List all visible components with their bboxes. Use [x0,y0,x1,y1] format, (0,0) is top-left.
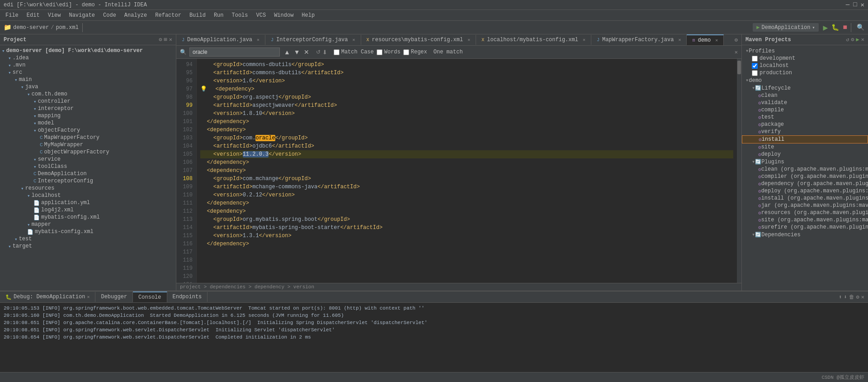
scrollbar-thumb[interactable] [737,61,741,74]
debugger-tab[interactable]: Debugger [95,292,133,302]
console-close[interactable]: ✕ [861,294,864,301]
tree-item[interactable]: ▾test [0,235,176,243]
tree-item[interactable]: CobjectWrapperFactory [0,148,176,156]
menu-build[interactable]: Build [186,11,209,19]
maven-tree-item[interactable]: ⚙ jar (org.apache.maven.plugins:maven-ja… [742,202,868,209]
expand-icon[interactable]: ⊞ [164,36,167,43]
maven-tree-item[interactable]: ⚙ clean [742,92,868,99]
menu-help[interactable]: Help [298,11,318,19]
tree-item[interactable]: ▾java [0,83,176,91]
tab-map-wrapper-factory[interactable]: J MapWrapperFactory.java ✕ [591,35,687,45]
words-checkbox[interactable] [377,49,382,55]
close-panel-icon[interactable]: ✕ [169,36,172,43]
tab-close-icon[interactable]: ✕ [678,37,681,43]
menu-refactor[interactable]: Refactor [151,11,185,19]
vertical-scrollbar[interactable] [737,59,741,283]
maven-tree-item[interactable]: ⚙ compiler (org.apache.maven.plugins:mav… [742,173,868,180]
run-config-selector[interactable]: ▶ DemoApplication ▾ [753,23,818,32]
maven-settings-icon[interactable]: ⚙ [851,36,854,43]
tree-item[interactable]: ▾service [0,156,176,163]
filter-button[interactable]: ⬇ [322,49,327,56]
tree-item[interactable]: ▾main [0,76,176,83]
tree-item[interactable]: ▾mapper [0,221,176,228]
maven-tree-item[interactable]: ⚙ compile [742,106,868,114]
menu-run[interactable]: Run [210,11,227,19]
tree-item[interactable]: ▾objectFactory [0,127,176,134]
menu-vcs[interactable]: VCS [253,11,270,19]
maven-tree-item[interactable]: ⚙ install (org.apache.maven.plugins:mave… [742,195,868,202]
window-controls[interactable]: — □ ✕ [846,1,864,9]
profile-checkbox[interactable] [752,70,758,76]
code-editor[interactable]: 9495969798991001011021031041051061071081… [176,59,741,283]
tab-mybatis-config-xml[interactable]: X resources\mybatis-config.xml ✕ [361,35,476,45]
tab-close-icon[interactable]: ✕ [467,37,470,43]
menu-edit[interactable]: Edit [23,11,43,19]
maven-tree-item[interactable]: ▾ Profiles [742,47,868,55]
tab-demo-application[interactable]: J DemoApplication.java ✕ [176,35,265,45]
run-button[interactable]: ▶ [823,23,828,33]
console-clear[interactable]: 🗑 [849,294,854,301]
tree-item[interactable]: 📄application.yml [0,199,176,206]
maven-tree-item[interactable]: localhost [742,62,868,69]
maven-tree-item[interactable]: ⚙ site [742,143,868,151]
menu-code[interactable]: Code [99,11,120,19]
tree-item[interactable]: ▾interceptor [0,105,176,112]
menu-analyze[interactable]: Analyze [121,11,151,19]
tree-item[interactable]: CInterceptorConfig [0,177,176,185]
tree-item[interactable]: 📄log4j2.xml [0,206,176,214]
maven-tree-item[interactable]: ⚙ test [742,114,868,121]
close-button[interactable]: ✕ [861,1,864,9]
tree-item[interactable]: 📄mybatis-config.xml [0,214,176,221]
profile-checkbox[interactable] [752,63,758,69]
console-tab[interactable]: Console [133,291,167,302]
menu-file[interactable]: File [2,11,22,19]
maven-close-icon[interactable]: ✕ [861,36,864,43]
tab-close-icon[interactable]: ✕ [353,37,355,43]
close-findbar-button[interactable]: ✕ [735,49,738,56]
maven-tree-item[interactable]: ⚙ resources (org.apache.maven.plugins:ma… [742,209,868,216]
match-case-checkbox[interactable] [334,49,340,55]
tree-item[interactable]: ▾target [0,243,176,250]
maven-tree-item[interactable]: ⚙ install [742,135,868,143]
console-scroll-top[interactable]: ⬆ [839,294,842,301]
stop-button[interactable]: ■ [843,24,847,32]
tree-item[interactable]: ▾com.th.demo [0,91,176,98]
tree-item[interactable]: 📄mybatis-config.xml [0,228,176,235]
maven-tree-item[interactable]: production [742,69,868,76]
regex-checkbox[interactable] [403,49,409,55]
maven-tree-item[interactable]: ⚙ deploy [742,151,868,158]
maven-tree-item[interactable]: ⚙ site (org.apache.maven.plugins:maven-s… [742,216,868,224]
maven-tree-item[interactable]: ⚙ verify [742,128,868,135]
tree-item[interactable]: ▾src [0,69,176,76]
maven-tree-item[interactable]: ⚙ package [742,121,868,128]
code-content[interactable]: <groupId>commons-dbutils</groupId> <arti… [197,59,737,283]
maven-tree-item[interactable]: ▾ 🔄 Plugins [742,158,868,166]
debug-tab-close[interactable]: ✕ [87,294,90,300]
prev-match-button[interactable]: ▲ [283,48,292,56]
tab-localhost-mybatis-config[interactable]: X localhost/mybatis-config.xml ✕ [476,35,591,45]
tree-item[interactable]: ▾model [0,119,176,127]
maven-tree-item[interactable]: ▾ demo [742,76,868,84]
maven-tree-item[interactable]: development [742,55,868,62]
menu-window[interactable]: Window [270,11,297,19]
menu-view[interactable]: View [44,11,65,19]
debug-tab[interactable]: 🐛 Debug: DemoApplication ✕ [0,292,95,302]
editor-settings-icon[interactable]: ⚙ [731,35,741,45]
maven-tree-item[interactable]: ⚙ deploy (org.apache.maven.plugins:maven… [742,187,868,195]
tab-close-icon[interactable]: ✕ [257,37,259,43]
debug-button[interactable]: 🐛 [831,24,839,31]
search-everywhere-icon[interactable]: 🔍 [857,24,864,31]
tree-item[interactable]: CMapWrapperFactory [0,134,176,141]
tab-close-icon[interactable]: ✕ [583,37,585,43]
console-settings[interactable]: ⚙ [856,294,859,301]
endpoints-tab[interactable]: Endpoints [167,292,208,302]
search-input[interactable] [189,48,280,57]
tab-interceptor-config[interactable]: J InterceptorConfig.java ✕ [265,35,361,45]
tree-item[interactable]: ▾mapping [0,112,176,119]
maven-tree-item[interactable]: ⚙ surefire (org.apache.maven.plugins:mav… [742,224,868,231]
maven-tree-item[interactable]: ⚙ clean (org.apache.maven.plugins:maven-… [742,166,868,173]
console-scroll-bot[interactable]: ⬇ [844,294,847,301]
refresh-button[interactable]: ↺ [316,49,321,55]
profile-checkbox[interactable] [752,56,758,62]
close-search-button[interactable]: ✕ [302,48,311,56]
